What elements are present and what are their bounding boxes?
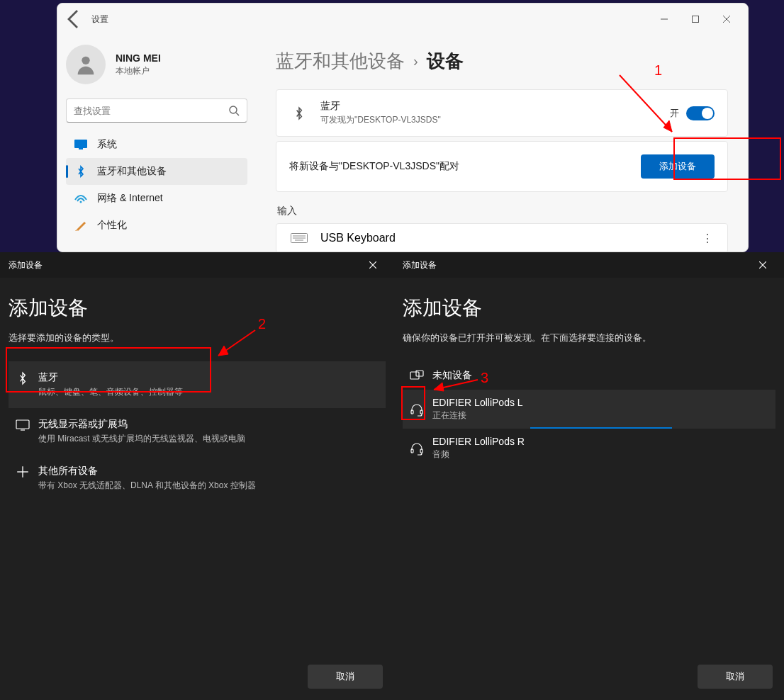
close-button[interactable] <box>360 255 386 275</box>
nav-label: 蓝牙和其他设备 <box>97 165 167 178</box>
bluetooth-toggle-card: 蓝牙 可发现为"DESKTOP-VL3JSDS" 开 <box>276 89 728 137</box>
nav-network[interactable]: 网络 & Internet <box>66 185 247 212</box>
device-lollipods-r[interactable]: EDIFIER LolliPods R 音频 <box>403 429 775 468</box>
chevron-right-icon: › <box>413 53 418 69</box>
option-title: 无线显示器或扩展坞 <box>38 418 245 431</box>
dialog-titlebar: 添加设备 <box>0 252 394 278</box>
device-name: USB Keyboard <box>320 232 396 244</box>
svg-rect-1 <box>693 16 699 23</box>
add-device-list-dialog: 添加设备 添加设备 确保你的设备已打开并可被发现。在下面选择要连接的设备。 未知… <box>394 252 784 700</box>
add-device-button[interactable]: 添加设备 <box>641 154 715 179</box>
svg-point-4 <box>82 57 89 64</box>
toggle-label: 开 <box>670 107 679 120</box>
profile-name: NING MEI <box>116 52 161 64</box>
option-title: 蓝牙 <box>38 371 183 384</box>
pair-device-card: 将新设备与"DESKTOP-VL3JSDS"配对 添加设备 <box>276 141 728 192</box>
breadcrumb: 蓝牙和其他设备 › 设备 <box>276 49 728 74</box>
dialog-heading: 添加设备 <box>9 295 386 322</box>
option-subtitle: 带有 Xbox 无线适配器、DLNA 和其他设备的 Xbox 控制器 <box>38 480 256 492</box>
more-icon[interactable]: ⋮ <box>702 232 715 245</box>
maximize-button[interactable] <box>680 8 711 30</box>
breadcrumb-section[interactable]: 蓝牙和其他设备 <box>276 49 405 74</box>
nav-label: 网络 & Internet <box>97 192 163 205</box>
option-title: 其他所有设备 <box>38 465 256 478</box>
network-icon <box>74 192 87 205</box>
cancel-button[interactable]: 取消 <box>308 665 383 689</box>
headset-icon <box>407 402 427 417</box>
option-subtitle: 使用 Miracast 或无线扩展坞的无线监视器、电视或电脑 <box>38 433 245 445</box>
display-icon <box>13 418 33 432</box>
nav-system[interactable]: 系统 <box>66 131 247 158</box>
avatar <box>66 45 106 84</box>
nav-personalization[interactable]: 个性化 <box>66 212 247 239</box>
unknown-device-icon <box>407 368 427 383</box>
search-input[interactable] <box>74 106 228 116</box>
bluetooth-title: 蓝牙 <box>320 100 441 113</box>
svg-rect-8 <box>79 148 83 149</box>
nav-label: 个性化 <box>97 219 127 232</box>
option-bluetooth[interactable]: 蓝牙 鼠标、键盘、笔、音频设备、控制器等 <box>9 361 386 408</box>
dialog-hint: 确保你的设备已打开并可被发现。在下面选择要连接的设备。 <box>403 332 775 344</box>
svg-line-6 <box>236 113 239 115</box>
plus-icon <box>13 465 33 479</box>
svg-rect-26 <box>410 372 419 379</box>
bluetooth-toggle[interactable] <box>686 106 715 120</box>
personalization-icon <box>74 219 87 232</box>
device-name: EDIFIER LolliPods L <box>432 397 523 408</box>
usb-keyboard-row[interactable]: USB Keyboard ⋮ <box>276 223 728 252</box>
close-button[interactable] <box>711 8 742 30</box>
svg-point-5 <box>230 106 237 113</box>
option-other[interactable]: 其他所有设备 带有 Xbox 无线适配器、DLNA 和其他设备的 Xbox 控制… <box>9 455 386 502</box>
back-button[interactable] <box>63 8 86 30</box>
window-titlebar: 设置 <box>57 4 748 35</box>
sidebar: NING MEI 本地帐户 系统 蓝牙和其他设备 <box>57 35 256 252</box>
bluetooth-subtitle: 可发现为"DESKTOP-VL3JSDS" <box>320 114 441 126</box>
device-lollipods-l[interactable]: EDIFIER LolliPods L 正在连接 <box>403 390 775 429</box>
dialog-title: 添加设备 <box>403 259 437 271</box>
settings-window: 设置 NING MEI 本地帐户 <box>57 3 749 252</box>
profile-account-type: 本地帐户 <box>116 65 161 77</box>
nav-bluetooth[interactable]: 蓝牙和其他设备 <box>66 158 247 185</box>
close-button[interactable] <box>750 255 775 275</box>
device-status: 正在连接 <box>432 410 523 422</box>
keyboard-icon <box>289 231 309 245</box>
dialog-heading: 添加设备 <box>403 295 775 322</box>
bluetooth-icon <box>13 371 33 385</box>
device-name: 未知设备 <box>432 369 472 382</box>
nav-label: 系统 <box>97 138 117 151</box>
device-unknown[interactable]: 未知设备 <box>403 361 775 390</box>
svg-rect-27 <box>416 371 423 376</box>
device-name: EDIFIER LolliPods R <box>432 436 525 447</box>
bluetooth-icon <box>289 103 309 123</box>
option-subtitle: 鼠标、键盘、笔、音频设备、控制器等 <box>38 386 183 398</box>
search-box[interactable] <box>66 98 247 123</box>
input-section-label: 输入 <box>277 205 728 218</box>
svg-rect-7 <box>74 140 87 148</box>
breadcrumb-page: 设备 <box>427 49 464 74</box>
dialog-title: 添加设备 <box>9 259 43 271</box>
system-icon <box>74 138 87 151</box>
option-wireless-display[interactable]: 无线显示器或扩展坞 使用 Miracast 或无线扩展坞的无线监视器、电视或电脑 <box>9 408 386 455</box>
bluetooth-nav-icon <box>74 165 87 178</box>
dialog-titlebar: 添加设备 <box>394 252 784 278</box>
minimize-button[interactable] <box>649 8 680 30</box>
pair-device-text: 将新设备与"DESKTOP-VL3JSDS"配对 <box>289 160 459 173</box>
headset-icon <box>407 441 427 456</box>
search-icon <box>228 105 240 116</box>
svg-point-9 <box>80 201 82 203</box>
main-content: 蓝牙和其他设备 › 设备 蓝牙 可发现为"DESKTOP-VL3JSDS" 开 <box>256 35 748 252</box>
add-device-type-dialog: 添加设备 添加设备 选择要添加的设备的类型。 蓝牙 鼠标、键盘、笔、音频设备、控… <box>0 252 394 700</box>
svg-rect-18 <box>16 420 29 429</box>
dialog-hint: 选择要添加的设备的类型。 <box>9 332 386 344</box>
profile[interactable]: NING MEI 本地帐户 <box>60 35 253 98</box>
window-title: 设置 <box>91 13 108 26</box>
cancel-button[interactable]: 取消 <box>698 665 773 689</box>
device-status: 音频 <box>432 448 525 461</box>
